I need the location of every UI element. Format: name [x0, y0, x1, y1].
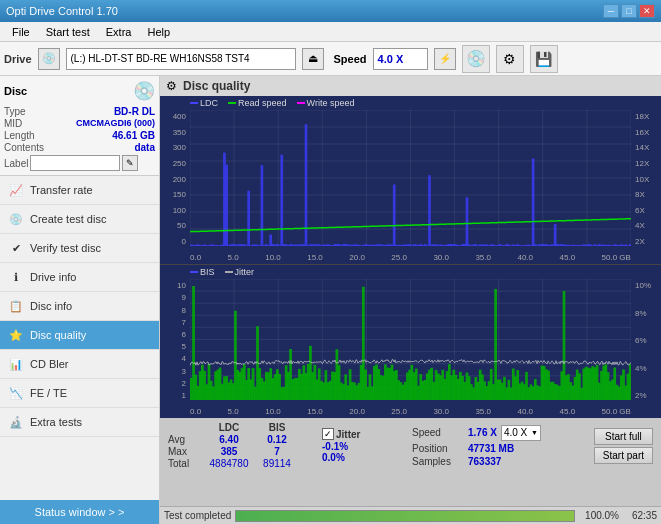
create-test-disc-icon: 💿 [8, 211, 24, 227]
menubar: File Start test Extra Help [0, 22, 661, 42]
start-buttons: Start full Start part [594, 428, 653, 464]
speed-label: Speed [334, 53, 367, 65]
sidebar-item-create-test-disc[interactable]: 💿 Create test disc [0, 205, 159, 234]
app-title: Opti Drive Control 1.70 [6, 5, 118, 17]
sidebar-item-verify-test-disc[interactable]: ✔ Verify test disc [0, 234, 159, 263]
type-label: Type [4, 106, 26, 117]
bottom-y-axis-left: 10 9 8 7 6 5 4 3 2 1 [160, 281, 188, 400]
start-full-button[interactable]: Start full [594, 428, 653, 445]
jitter-col-header: Jitter [336, 429, 360, 440]
status-window-button[interactable]: Status window > > [0, 500, 159, 524]
speed-stat-val: 1.76 X [468, 427, 497, 438]
main-content: Disc 💿 Type BD-R DL MID CMCMAGDI6 (000) … [0, 76, 661, 524]
eject-button[interactable]: ⏏ [302, 48, 324, 70]
close-button[interactable]: ✕ [639, 4, 655, 18]
mid-value: CMCMAGDI6 (000) [76, 118, 155, 129]
total-ldc: 4884780 [206, 458, 252, 469]
top-chart-legend: LDC Read speed Write speed [190, 98, 354, 108]
sidebar-item-disc-info[interactable]: 📋 Disc info [0, 292, 159, 321]
sidebar-item-transfer-rate[interactable]: 📈 Transfer rate [0, 176, 159, 205]
contents-label: Contents [4, 142, 44, 153]
sidebar-item-disc-quality[interactable]: ⭐ Disc quality [0, 321, 159, 350]
sidebar-label-create-test-disc: Create test disc [30, 213, 106, 225]
sidebar-item-fe-te[interactable]: 📉 FE / TE [0, 379, 159, 408]
drivebar: Drive 💿 (L:) HL-DT-ST BD-RE WH16NS58 TST… [0, 42, 661, 76]
max-bis: 7 [254, 446, 300, 457]
sidebar-item-cd-bler[interactable]: 📊 CD Bler [0, 350, 159, 379]
menu-help[interactable]: Help [139, 24, 178, 40]
total-row-label: Total [168, 458, 204, 469]
bottom-chart-canvas [190, 279, 631, 400]
write-dot [297, 102, 305, 104]
bottom-chart-legend: BIS Jitter [190, 267, 254, 277]
legend-bis-label: BIS [200, 267, 215, 277]
fe-te-icon: 📉 [8, 385, 24, 401]
menu-extra[interactable]: Extra [98, 24, 140, 40]
drive-label: Drive [4, 53, 32, 65]
read-dot [228, 102, 236, 104]
disc-image-button[interactable]: 💿 [462, 45, 490, 73]
stats-bar: LDC BIS Avg 6.40 0.12 Max 385 7 Total [160, 418, 661, 506]
label-edit-button[interactable]: ✎ [122, 155, 138, 171]
legend-write-label: Write speed [307, 98, 355, 108]
minimize-button[interactable]: ─ [603, 4, 619, 18]
start-part-button[interactable]: Start part [594, 447, 653, 464]
speed-dropdown-val: 4.0 X [504, 427, 527, 438]
progress-bar [235, 510, 575, 522]
sidebar-item-drive-info[interactable]: ℹ Drive info [0, 263, 159, 292]
sidebar: Disc 💿 Type BD-R DL MID CMCMAGDI6 (000) … [0, 76, 160, 524]
verify-test-disc-icon: ✔ [8, 240, 24, 256]
length-value: 46.61 GB [112, 130, 155, 141]
save-button[interactable]: 💾 [530, 45, 558, 73]
status-text: Test completed [164, 510, 231, 521]
jitter-dot [225, 271, 233, 273]
chart-top: LDC Read speed Write speed 400 350 30 [160, 96, 661, 265]
titlebar: Opti Drive Control 1.70 ─ □ ✕ [0, 0, 661, 22]
position-label: Position [412, 443, 464, 454]
speed-stat-dropdown[interactable]: 4.0 X ▼ [501, 425, 541, 441]
transfer-rate-icon: 📈 [8, 182, 24, 198]
max-jitter: 0.0% [322, 452, 345, 463]
sidebar-label-drive-info: Drive info [30, 271, 76, 283]
top-y-axis-left: 400 350 300 250 200 150 100 50 0 [160, 112, 188, 246]
bottom-x-axis: 0.0 5.0 10.0 15.0 20.0 25.0 30.0 35.0 40… [190, 407, 631, 416]
sidebar-label-verify-test-disc: Verify test disc [30, 242, 101, 254]
disc-info-icon: 📋 [8, 298, 24, 314]
position-val: 47731 MB [468, 443, 514, 454]
bis-dot [190, 271, 198, 273]
settings-button[interactable]: ⚙ [496, 45, 524, 73]
legend-bis: BIS [190, 267, 215, 277]
avg-jitter: -0.1% [322, 441, 348, 452]
type-value: BD-R DL [114, 106, 155, 117]
sidebar-label-fe-te: FE / TE [30, 387, 67, 399]
sidebar-label-cd-bler: CD Bler [30, 358, 69, 370]
time-display: 62:35 [623, 510, 657, 521]
speed-auto-button[interactable]: ⚡ [434, 48, 456, 70]
label-input[interactable] [30, 155, 120, 171]
sidebar-item-extra-tests[interactable]: 🔬 Extra tests [0, 408, 159, 437]
disc-quality-header: ⚙ Disc quality [160, 76, 661, 96]
legend-read: Read speed [228, 98, 287, 108]
charts-wrapper: LDC Read speed Write speed 400 350 30 [160, 96, 661, 418]
speed-selector[interactable]: 4.0 X [373, 48, 428, 70]
max-ldc: 385 [206, 446, 252, 457]
menu-file[interactable]: File [4, 24, 38, 40]
ldc-col-header: LDC [206, 422, 252, 433]
progress-bar-fill [236, 511, 574, 521]
drive-selector[interactable]: (L:) HL-DT-ST BD-RE WH16NS58 TST4 [66, 48, 296, 70]
disc-quality-title: Disc quality [183, 79, 250, 93]
drive-browse-button[interactable]: 💿 [38, 48, 60, 70]
legend-jitter-label: Jitter [235, 267, 255, 277]
maximize-button[interactable]: □ [621, 4, 637, 18]
samples-val: 763337 [468, 456, 501, 467]
mid-label: MID [4, 118, 22, 129]
contents-value: data [134, 142, 155, 153]
jitter-checkbox[interactable]: ✓ [322, 428, 334, 440]
extra-tests-icon: 🔬 [8, 414, 24, 430]
disc-panel-title: Disc [4, 85, 27, 97]
avg-ldc: 6.40 [206, 434, 252, 445]
content-area: ⚙ Disc quality LDC Read speed [160, 76, 661, 524]
legend-ldc-label: LDC [200, 98, 218, 108]
bottom-y-axis-right: 10% 8% 6% 4% 2% [633, 281, 661, 400]
menu-start-test[interactable]: Start test [38, 24, 98, 40]
